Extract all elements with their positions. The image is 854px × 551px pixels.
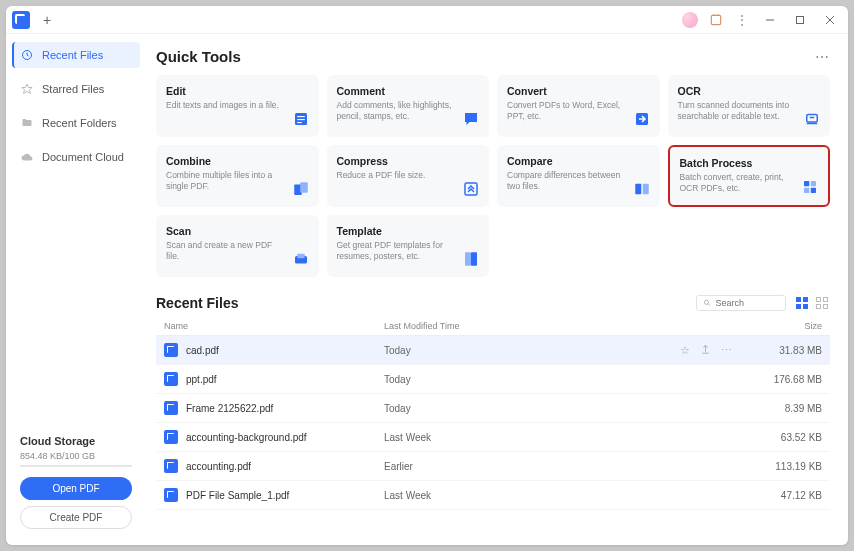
search-input[interactable] xyxy=(715,298,779,308)
file-row-actions: ☆⋯ xyxy=(680,344,732,357)
cloud-storage-title: Cloud Storage xyxy=(20,435,132,447)
svg-rect-25 xyxy=(471,252,477,266)
file-size: 47.12 KB xyxy=(752,490,822,501)
svg-point-26 xyxy=(704,300,708,304)
tool-card-convert[interactable]: ConvertConvert PDFs to Word, Excel, PPT,… xyxy=(497,75,660,137)
svg-rect-10 xyxy=(297,122,302,123)
file-row[interactable]: accounting-background.pdfLast Week63.52 … xyxy=(156,423,830,452)
tool-card-comment[interactable]: CommentAdd comments, like highlights, pe… xyxy=(327,75,490,137)
recent-files-title: Recent Files xyxy=(156,295,238,311)
grid-view-button[interactable] xyxy=(814,295,830,311)
svg-rect-35 xyxy=(824,305,828,309)
file-row[interactable]: cad.pdfToday☆⋯31.83 MB xyxy=(156,336,830,365)
tool-card-scan[interactable]: ScanScan and create a new PDF file. xyxy=(156,215,319,277)
file-size: 176.68 MB xyxy=(752,374,822,385)
tool-comment-icon xyxy=(461,109,481,129)
maximize-button[interactable] xyxy=(788,10,812,30)
file-list: cad.pdfToday☆⋯31.83 MBppt.pdfToday176.68… xyxy=(156,336,830,510)
avatar-icon[interactable] xyxy=(680,10,700,30)
svg-rect-28 xyxy=(796,297,801,302)
tool-card-template[interactable]: TemplateGet great PDF templates for resu… xyxy=(327,215,490,277)
file-name: cad.pdf xyxy=(186,345,384,356)
file-row[interactable]: PDF File Sample_1.pdfLast Week47.12 KB xyxy=(156,481,830,510)
svg-rect-20 xyxy=(804,188,809,193)
tool-card-batch-process[interactable]: Batch ProcessBatch convert, create, prin… xyxy=(668,145,831,207)
col-name: Name xyxy=(164,321,384,331)
tool-desc: Turn scanned documents into searchable o… xyxy=(678,100,821,122)
pdf-file-icon xyxy=(164,459,178,473)
tool-card-combine[interactable]: CombineCombine multiple files into a sin… xyxy=(156,145,319,207)
tool-card-compress[interactable]: CompressReduce a PDF file size. xyxy=(327,145,490,207)
svg-rect-17 xyxy=(642,184,648,195)
create-pdf-button[interactable]: Create PDF xyxy=(20,506,132,529)
tool-title: Combine xyxy=(166,155,309,167)
new-tab-button[interactable]: + xyxy=(38,11,56,29)
file-modified: Today xyxy=(384,345,680,356)
folder-icon xyxy=(20,116,34,130)
kebab-menu-icon[interactable]: ⋮ xyxy=(732,10,752,30)
file-name: accounting.pdf xyxy=(186,461,384,472)
col-size: Size xyxy=(752,321,822,331)
file-row[interactable]: accounting.pdfEarlier113.19 KB xyxy=(156,452,830,481)
search-box[interactable] xyxy=(696,295,786,311)
tool-compress-icon xyxy=(461,179,481,199)
tool-card-compare[interactable]: CompareCompare differences between two f… xyxy=(497,145,660,207)
sidebar: Recent FilesStarred FilesRecent FoldersD… xyxy=(6,34,146,545)
svg-rect-16 xyxy=(635,184,641,195)
tool-desc: Scan and create a new PDF file. xyxy=(166,240,309,262)
tool-desc: Combine multiple files into a single PDF… xyxy=(166,170,309,192)
pin-icon[interactable] xyxy=(700,344,711,357)
tool-card-edit[interactable]: EditEdit texts and images in a file. xyxy=(156,75,319,137)
notification-icon[interactable] xyxy=(706,10,726,30)
file-name: Frame 2125622.pdf xyxy=(186,403,384,414)
quick-tools-more-icon[interactable]: ⋯ xyxy=(815,49,830,65)
cloud-storage-bar xyxy=(20,465,132,467)
sidebar-item-recent-folders[interactable]: Recent Folders xyxy=(12,110,140,136)
tool-edit-icon xyxy=(291,109,311,129)
tool-desc: Convert PDFs to Word, Excel, PPT, etc. xyxy=(507,100,650,122)
tool-title: Convert xyxy=(507,85,650,97)
tool-combine-icon xyxy=(291,179,311,199)
open-pdf-button[interactable]: Open PDF xyxy=(20,477,132,500)
svg-rect-2 xyxy=(797,16,804,23)
tool-title: Scan xyxy=(166,225,309,237)
file-row[interactable]: Frame 2125622.pdfToday8.39 MB xyxy=(156,394,830,423)
content-area: Quick Tools ⋯ EditEdit texts and images … xyxy=(146,34,848,545)
svg-rect-21 xyxy=(811,188,816,193)
svg-rect-32 xyxy=(817,298,821,302)
minimize-button[interactable] xyxy=(758,10,782,30)
close-button[interactable] xyxy=(818,10,842,30)
tool-title: Edit xyxy=(166,85,309,97)
tool-desc: Reduce a PDF file size. xyxy=(337,170,480,181)
more-icon[interactable]: ⋯ xyxy=(721,344,732,357)
tool-card-ocr[interactable]: OCRTurn scanned documents into searchabl… xyxy=(668,75,831,137)
svg-rect-8 xyxy=(297,116,305,117)
app-logo-icon xyxy=(12,11,30,29)
tool-template-icon xyxy=(461,249,481,269)
svg-rect-34 xyxy=(817,305,821,309)
file-modified: Today xyxy=(384,403,752,414)
sidebar-item-label: Starred Files xyxy=(42,83,104,95)
tool-desc: Batch convert, create, print, OCR PDFs, … xyxy=(680,172,819,194)
tool-title: Compare xyxy=(507,155,650,167)
tool-desc: Get great PDF templates for resumes, pos… xyxy=(337,240,480,262)
pdf-file-icon xyxy=(164,401,178,415)
svg-rect-31 xyxy=(803,304,808,309)
tool-desc: Compare differences between two files. xyxy=(507,170,650,192)
tool-convert-icon xyxy=(632,109,652,129)
cloud-storage-block: Cloud Storage 854.48 KB/100 GB xyxy=(12,431,140,477)
sidebar-item-recent-files[interactable]: Recent Files xyxy=(12,42,140,68)
sidebar-item-document-cloud[interactable]: Document Cloud xyxy=(12,144,140,170)
tool-title: Comment xyxy=(337,85,480,97)
pdf-file-icon xyxy=(164,488,178,502)
sidebar-item-label: Document Cloud xyxy=(42,151,124,163)
tool-title: OCR xyxy=(678,85,821,97)
star-icon xyxy=(20,82,34,96)
star-icon[interactable]: ☆ xyxy=(680,344,690,357)
list-view-button[interactable] xyxy=(794,295,810,311)
file-row[interactable]: ppt.pdfToday176.68 MB xyxy=(156,365,830,394)
sidebar-item-starred-files[interactable]: Starred Files xyxy=(12,76,140,102)
file-size: 113.19 KB xyxy=(752,461,822,472)
file-modified: Last Week xyxy=(384,490,752,501)
file-modified: Today xyxy=(384,374,752,385)
